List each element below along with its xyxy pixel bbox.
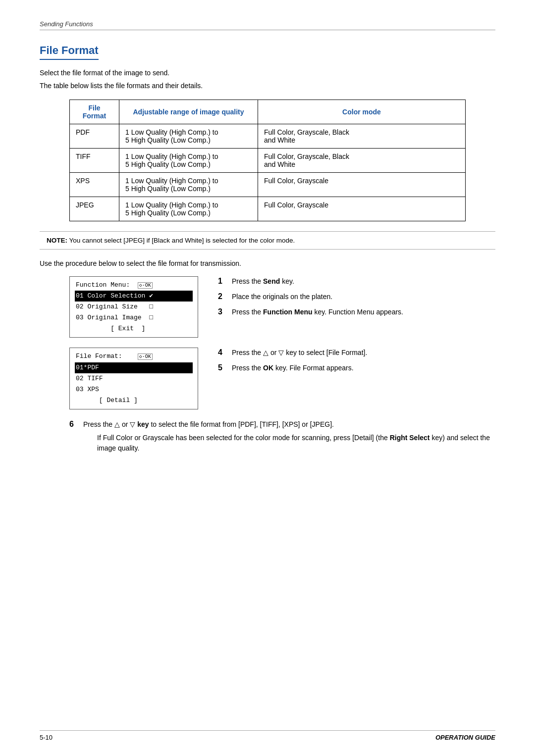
intro-text-1: Select the file format of the image to s…	[40, 69, 495, 77]
step-text-1: Press the Send key.	[232, 276, 294, 287]
step-number-4: 4	[218, 348, 232, 357]
procedure-intro: Use the procedure below to select the fi…	[40, 259, 495, 267]
section-title: File Format	[40, 44, 99, 60]
step-text-4: Press the △ or ▽ key to select [File For…	[232, 348, 367, 358]
bottom-bar: 5-10 OPERATION GUIDE	[40, 730, 495, 741]
step-2: 2 Place the originals on the platen.	[218, 292, 495, 302]
screen2-row-1: 01*PDF	[75, 362, 193, 373]
ok-badge-1: ◇·OK	[138, 282, 153, 289]
screen1-row-3: 03 Original Image □	[75, 312, 193, 323]
screen1-row-4: [ Exit ]	[75, 323, 193, 334]
screen2-title: File Format: ◇·OK	[75, 351, 193, 362]
page: Sending Functions File Format Select the…	[0, 0, 535, 756]
header-title: Sending Functions	[40, 20, 93, 28]
screen2-row-4: [ Detail ]	[75, 395, 193, 406]
screen2-row-3: 03 XPS	[75, 384, 193, 395]
screen1-title: Function Menu: ◇·OK	[75, 280, 193, 291]
cell-quality-tiff: 1 Low Quality (High Comp.) to5 High Qual…	[119, 149, 258, 173]
cell-color-jpeg: Full Color, Grayscale	[258, 197, 466, 221]
cell-format-jpeg: JPEG	[70, 197, 119, 221]
header-section: Sending Functions	[40, 20, 495, 30]
page-number: 5-10	[40, 734, 53, 741]
step-number-1: 1	[218, 277, 232, 286]
table-row: PDF 1 Low Quality (High Comp.) to5 High …	[70, 124, 466, 149]
table-row: TIFF 1 Low Quality (High Comp.) to5 High…	[70, 149, 466, 173]
step-text-2: Place the originals on the platen.	[232, 292, 332, 302]
function-menu-screen: Function Menu: ◇·OK 01 Color Selection ✔…	[69, 276, 198, 338]
steps-4-5-section: File Format: ◇·OK 01*PDF 02 TIFF 03 XPS …	[40, 348, 495, 409]
step-number-5: 5	[218, 363, 232, 372]
intro-text-2: The table below lists the file formats a…	[40, 82, 495, 90]
step-number-2: 2	[218, 292, 232, 301]
cell-color-pdf: Full Color, Grayscale, Blackand White	[258, 124, 466, 149]
step-6: 6 Press the △ or ▽ key to select the fil…	[69, 419, 495, 454]
step-1: 1 Press the Send key.	[218, 276, 495, 287]
table-row: JPEG 1 Low Quality (High Comp.) to5 High…	[70, 197, 466, 221]
cell-color-xps: Full Color, Grayscale	[258, 173, 466, 197]
step-text-6: Press the △ or ▽ key to select the file …	[83, 420, 334, 428]
screen1-row-1: 01 Color Selection ✔	[75, 291, 193, 302]
step-4: 4 Press the △ or ▽ key to select [File F…	[218, 348, 495, 358]
step-text-5: Press the OK key. File Format appears.	[232, 363, 354, 373]
cell-color-tiff: Full Color, Grayscale, Blackand White	[258, 149, 466, 173]
col-header-format: File Format	[70, 100, 119, 124]
step-text-3: Press the Function Menu key. Function Me…	[232, 307, 403, 317]
step-6-section: 6 Press the △ or ▽ key to select the fil…	[69, 419, 495, 454]
steps-1-3-section: Function Menu: ◇·OK 01 Color Selection ✔…	[40, 276, 495, 338]
cell-quality-pdf: 1 Low Quality (High Comp.) to5 High Qual…	[119, 124, 258, 149]
table-row: XPS 1 Low Quality (High Comp.) to5 High …	[70, 173, 466, 197]
screen2-row-2: 02 TIFF	[75, 373, 193, 384]
cell-format-pdf: PDF	[70, 124, 119, 149]
ok-badge-2: ◇·OK	[138, 353, 153, 360]
file-format-table-container: File Format Adjustable range of image qu…	[69, 100, 466, 221]
screen1-row-2: 02 Original Size □	[75, 302, 193, 312]
step-number-6: 6	[69, 420, 83, 429]
steps-4-5: 4 Press the △ or ▽ key to select [File F…	[218, 348, 495, 378]
cell-quality-jpeg: 1 Low Quality (High Comp.) to5 High Qual…	[119, 197, 258, 221]
step-number-3: 3	[218, 307, 232, 316]
cell-format-tiff: TIFF	[70, 149, 119, 173]
col-header-color: Color mode	[258, 100, 466, 124]
cell-format-xps: XPS	[70, 173, 119, 197]
step-6-extra: If Full Color or Grayscale has been sele…	[97, 433, 495, 454]
file-format-table: File Format Adjustable range of image qu…	[69, 100, 466, 221]
cell-quality-xps: 1 Low Quality (High Comp.) to5 High Qual…	[119, 173, 258, 197]
note-label: NOTE:	[47, 237, 67, 244]
step-text-6-container: Press the △ or ▽ key to select the file …	[83, 419, 495, 454]
steps-1-3: 1 Press the Send key. 2 Place the origin…	[218, 276, 495, 322]
step-5: 5 Press the OK key. File Format appears.	[218, 363, 495, 373]
note-text: You cannot select [JPEG] if [Black and W…	[69, 237, 295, 244]
guide-title: OPERATION GUIDE	[435, 734, 495, 741]
step-3: 3 Press the Function Menu key. Function …	[218, 307, 495, 317]
note-box: NOTE: You cannot select [JPEG] if [Black…	[40, 231, 495, 250]
col-header-quality: Adjustable range of image quality	[119, 100, 258, 124]
file-format-screen: File Format: ◇·OK 01*PDF 02 TIFF 03 XPS …	[69, 348, 198, 409]
